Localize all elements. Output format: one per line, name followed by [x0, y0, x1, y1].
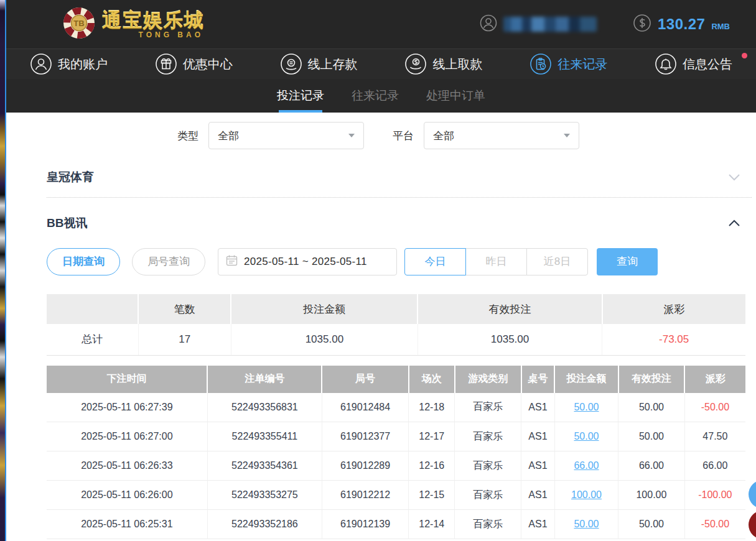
- chevron-down-icon: [564, 134, 570, 137]
- cell-order: 522493354361: [207, 451, 322, 481]
- chevron-down-icon: [348, 134, 355, 137]
- date-query-button[interactable]: 日期查询: [47, 248, 120, 275]
- site-logo[interactable]: TB 通宝娱乐城 TONG BAO: [62, 6, 205, 42]
- summary-valid: 1035.00: [418, 324, 602, 355]
- user-icon: [480, 14, 497, 34]
- table-row: 2025-05-11 06:26:33 522493354361 6190122…: [47, 451, 745, 481]
- nav-item-deposit[interactable]: 线上存款: [256, 49, 381, 79]
- search-button[interactable]: 查询: [597, 248, 658, 275]
- section-bb-video[interactable]: BB视讯: [47, 198, 752, 245]
- nav-item-transaction-records[interactable]: 往来记录: [506, 49, 631, 79]
- records-icon: [530, 53, 552, 75]
- cell-table: AS1: [521, 510, 555, 539]
- col-session: 场次: [409, 366, 455, 393]
- summary-bet: 1035.00: [231, 324, 418, 355]
- chevron-down-icon[interactable]: [728, 173, 740, 181]
- gift-icon: [155, 53, 177, 75]
- summary-count: 17: [138, 324, 231, 355]
- top-header: TB 通宝娱乐城 TONG BAO: [6, 0, 756, 49]
- summary-table: 笔数 投注金额 有效投注 派彩 总计 17 1035.00 1035.00 -7…: [47, 294, 745, 356]
- bet-amount-link[interactable]: 50.00: [574, 402, 599, 412]
- cell-order: 522493353275: [207, 481, 322, 510]
- platform-filter-label: 平台: [393, 129, 414, 143]
- brand-name-en: TONG BAO: [102, 31, 205, 39]
- platform-select[interactable]: 全部: [424, 122, 579, 149]
- bet-records-table: 下注时间 注单编号 局号 场次 游戏类别 桌号 投注金额 有效投注 派彩 202…: [47, 366, 745, 540]
- col-bet-amount: 投注金额: [554, 366, 618, 393]
- cell-payout: -50.00: [684, 510, 745, 539]
- nav-label: 优惠中心: [183, 56, 233, 73]
- cell-session: 12-17: [409, 422, 455, 451]
- cell-time: 2025-05-11 06:26:00: [47, 481, 207, 510]
- query-controls: 日期查询 局号查询 2025-05-11 ~ 2025-05-11 今日 昨日 …: [47, 247, 752, 275]
- poker-chip-icon: TB: [62, 6, 96, 42]
- nav-item-withdraw[interactable]: 线上取款: [381, 49, 506, 79]
- balance-currency: RMB: [711, 22, 730, 31]
- nav-item-announcements[interactable]: 信息公告: [631, 49, 756, 79]
- cell-order: 522493352186: [207, 510, 322, 539]
- cell-table: AS1: [521, 422, 555, 451]
- nav-item-my-account[interactable]: 我的账户: [6, 49, 131, 79]
- table-row: 2025-05-11 06:26:00 522493353275 6190122…: [47, 481, 745, 510]
- type-select[interactable]: 全部: [208, 122, 364, 149]
- bet-amount-link[interactable]: 50.00: [574, 519, 599, 529]
- table-row: 2025-05-11 06:27:39 522493356831 6190124…: [47, 393, 745, 422]
- cell-round: 619012212: [322, 481, 408, 510]
- round-query-button[interactable]: 局号查询: [132, 248, 205, 275]
- cell-valid: 50.00: [618, 393, 685, 422]
- username-blurred: [503, 17, 597, 32]
- cell-round: 619012139: [322, 510, 408, 539]
- col-table-number: 桌号: [521, 366, 555, 393]
- section-crown-sports[interactable]: 皇冠体育: [47, 157, 752, 198]
- cell-table: AS1: [521, 451, 555, 481]
- cell-round: 619012289: [322, 451, 408, 481]
- cell-payout: 47.50: [684, 422, 745, 451]
- tab-processing-orders[interactable]: 处理中订单: [426, 79, 485, 113]
- cell-valid: 50.00: [618, 510, 685, 539]
- summary-total-label: 总计: [47, 324, 138, 355]
- section-title: 皇冠体育: [47, 169, 94, 185]
- user-account[interactable]: [480, 14, 597, 34]
- balance[interactable]: 130.27 RMB: [633, 14, 730, 35]
- yesterday-button[interactable]: 昨日: [465, 248, 527, 275]
- col-order-number: 注单编号: [207, 366, 322, 393]
- records-header-row: 下注时间 注单编号 局号 场次 游戏类别 桌号 投注金额 有效投注 派彩: [47, 366, 745, 393]
- today-button[interactable]: 今日: [404, 248, 466, 275]
- date-range-value: 2025-05-11 ~ 2025-05-11: [244, 256, 367, 268]
- last-8-days-button[interactable]: 近8日: [526, 248, 588, 275]
- type-filter-label: 类型: [177, 129, 198, 143]
- cell-order: 522493356831: [207, 393, 322, 422]
- dollar-coin-icon: [633, 14, 651, 35]
- tab-bet-records[interactable]: 投注记录: [277, 79, 324, 113]
- col-payout: 派彩: [684, 366, 745, 393]
- table-row: 2025-05-11 06:25:31 522493352186 6190121…: [47, 510, 745, 539]
- summary-header-payout: 派彩: [602, 294, 745, 324]
- cell-valid: 66.00: [618, 451, 685, 481]
- type-select-value: 全部: [218, 129, 239, 143]
- cell-table: AS1: [521, 481, 555, 510]
- section-title: BB视讯: [47, 215, 87, 231]
- summary-header-valid: 有效投注: [418, 294, 602, 324]
- cell-round: 619012377: [322, 422, 408, 451]
- bet-amount-link[interactable]: 66.00: [574, 460, 599, 471]
- cell-game: 百家乐: [455, 422, 521, 451]
- summary-header-bet: 投注金额: [231, 294, 418, 324]
- withdraw-icon: [404, 53, 427, 75]
- tab-transaction-records[interactable]: 往来记录: [352, 79, 399, 113]
- cell-time: 2025-05-11 06:27:39: [47, 393, 207, 422]
- chevron-up-icon[interactable]: [728, 220, 740, 227]
- cell-round: 619012484: [322, 393, 408, 422]
- balance-amount: 130.27: [658, 16, 705, 33]
- date-range-picker[interactable]: 2025-05-11 ~ 2025-05-11: [218, 248, 397, 275]
- brand-text: 通宝娱乐城 TONG BAO: [102, 11, 205, 39]
- nav-label: 信息公告: [683, 56, 732, 73]
- bet-amount-link[interactable]: 100.00: [571, 489, 602, 500]
- calendar-icon: [226, 254, 238, 269]
- col-bet-time: 下注时间: [47, 366, 207, 393]
- bet-amount-link[interactable]: 50.00: [574, 431, 599, 442]
- deposit-icon: [280, 53, 302, 75]
- header-right: 130.27 RMB: [480, 0, 730, 49]
- nav-label: 线上取款: [432, 56, 482, 73]
- cell-session: 12-18: [409, 393, 455, 422]
- nav-item-promotions[interactable]: 优惠中心: [131, 49, 256, 79]
